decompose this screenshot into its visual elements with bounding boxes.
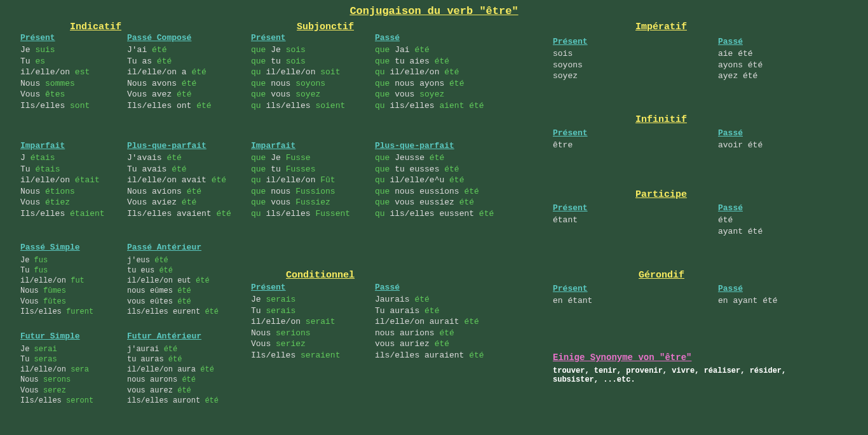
- cond-present: Présent Je seraisTu seraisil/elle/on ser…: [251, 283, 340, 361]
- conjugation-row: que vous Fussiez: [251, 197, 350, 208]
- conjugation-row: que tu Fusses: [251, 164, 350, 175]
- mood-participe: Participe: [635, 189, 687, 200]
- conjugation-row: Tu étais: [20, 164, 105, 175]
- lines: aie étéayons étéayez été: [718, 48, 763, 82]
- conjugation-row: Nous avions été: [127, 186, 231, 197]
- ind-passe-simple: Passé Simple Je fusTu fusil/elle/on futN…: [20, 243, 93, 317]
- tense-title: Passé: [718, 128, 763, 138]
- conjugation-row: Ils/elles ont été: [127, 100, 212, 112]
- conjugation-row: il/elle/on aura été: [127, 365, 219, 375]
- conjugation-row: Vous étiez: [20, 197, 105, 208]
- tense-title: Passé: [375, 283, 484, 292]
- rows: que Je soisque tu soisqu il/elle/on soit…: [251, 44, 345, 111]
- tense-title: Passé: [718, 37, 763, 46]
- rows: Jaurais étéTu aurais étéil/elle/on aurai…: [375, 294, 484, 361]
- conjugation-row: Tu aurais été: [375, 305, 484, 317]
- rows: j'eus ététu eus étéil/elle/on eut éténou…: [127, 255, 219, 317]
- ind-imparfait: Imparfait J étaisTu étaisil/elle/on étai…: [20, 141, 105, 219]
- conjugation-row: J étais: [20, 152, 105, 164]
- tense-title: Présent: [251, 33, 345, 43]
- ind-futur-anterieur: Futur Antérieur j'aurai ététu auras étéi…: [127, 331, 219, 406]
- conjugation-row: Nous serons: [20, 375, 93, 385]
- conjugation-row: que Je sois: [251, 44, 345, 56]
- conjugation-row: que vous eussiez été: [375, 197, 494, 208]
- conjugation-row: ils/elles auront été: [127, 396, 219, 406]
- mood-indicatif: Indicatif: [70, 22, 121, 32]
- conjugation-row: nous eûmes été: [127, 286, 219, 296]
- conjugation-row: Ils/elles avaient été: [127, 208, 231, 220]
- conjugation-row: Vous seriez: [251, 338, 340, 350]
- conjugation-row: il/elle/on sera: [20, 365, 93, 375]
- tense-title: Futur Antérieur: [127, 331, 219, 342]
- tense-title: Présent: [553, 37, 588, 46]
- conjugation-row: j'aurai été: [127, 344, 219, 354]
- imp-passe: Passé aie étéayons étéayez été: [718, 37, 763, 82]
- form-line: étant: [553, 215, 588, 226]
- conjugation-row: Nous serions: [251, 328, 340, 339]
- inf-present: Présent être: [553, 128, 588, 151]
- sub-present: Présent que Je soisque tu soisqu il/elle…: [251, 33, 345, 111]
- conjugation-row: qu ils/elles aient été: [375, 100, 484, 112]
- rows: Je seraisTu seraisil/elle/on seraitNous …: [251, 294, 340, 361]
- mood-gerondif: Gérondif: [639, 270, 684, 281]
- conjugation-row: Je serai: [20, 344, 93, 354]
- conjugation-row: Nous sommes: [20, 78, 90, 90]
- conjugation-row: qu ils/elles soient: [251, 100, 345, 112]
- conjugation-row: Vous serez: [20, 385, 93, 396]
- form-line: sois: [553, 48, 588, 60]
- conjugation-row: il/elle/on eut été: [127, 276, 219, 286]
- tense-title: Présent: [553, 203, 588, 213]
- syn-title: Einige Synonyme von "être": [553, 352, 832, 363]
- mood-subjonctif: Subjonctif: [297, 22, 354, 32]
- tense-title: Présent: [251, 283, 340, 292]
- conjugation-row: que tu eusses été: [375, 164, 494, 175]
- lines: étant: [553, 215, 588, 226]
- form-line: ayant été: [718, 226, 763, 238]
- conjugation-row: vous auriez été: [375, 338, 484, 350]
- form-line: en étant: [553, 295, 592, 307]
- conjugation-row: Ils/elles sont: [20, 100, 90, 112]
- sub-imparfait: Imparfait que Je Fusseque tu Fussesqu il…: [251, 141, 350, 219]
- tense-title: Présent: [553, 284, 592, 293]
- conjugation-row: J'ai été: [127, 44, 212, 56]
- lines: avoir été: [718, 140, 763, 151]
- form-line: soyez: [553, 70, 588, 82]
- conjugation-row: il/elle/on aurait été: [375, 316, 484, 328]
- form-line: avoir été: [718, 140, 763, 151]
- lines: en étant: [553, 295, 592, 307]
- conjugation-row: nous aurions été: [375, 328, 484, 339]
- tense-title: Passé: [718, 284, 778, 293]
- cond-passe: Passé Jaurais étéTu aurais étéil/elle/on…: [375, 283, 484, 361]
- conjugation-row: qu il/elle/on Fût: [251, 175, 350, 186]
- tense-title: Passé Antérieur: [127, 243, 219, 253]
- conjugation-row: il/elle/on était: [20, 175, 105, 186]
- conjugation-row: Nous fûmes: [20, 286, 93, 296]
- conjugation-row: Vous fûtes: [20, 297, 93, 307]
- conjugation-row: Je fus: [20, 255, 93, 265]
- sub-passe: Passé que Jai étéque tu aies étéqu il/el…: [375, 33, 484, 111]
- conjugation-row: que nous eussions été: [375, 186, 494, 197]
- conjugation-row: Ils/elles seraient: [251, 350, 340, 361]
- conjugation-row: nous aurons été: [127, 375, 219, 385]
- tense-title: Imparfait: [251, 141, 350, 151]
- ind-futur-simple: Futur Simple Je seraiTu serasil/elle/on …: [20, 331, 93, 406]
- tense-title: Imparfait: [20, 141, 105, 151]
- conjugation-row: que Jeusse été: [375, 152, 494, 164]
- conjugation-row: Tu as été: [127, 56, 212, 67]
- conjugation-row: il/elle/on avait été: [127, 175, 231, 186]
- part-passe: Passé étéayant été: [718, 203, 763, 237]
- conjugation-row: vous aurez été: [127, 385, 219, 396]
- ind-passe-compose: Passé Composé J'ai étéTu as étéil/elle/o…: [127, 33, 212, 111]
- mood-imperatif: Impératif: [635, 22, 687, 32]
- rows: que Jai étéque tu aies étéqu il/elle/on …: [375, 44, 484, 111]
- conjugation-row: que nous Fussions: [251, 186, 350, 197]
- tense-title: Passé: [375, 33, 484, 43]
- conjugation-row: Jaurais été: [375, 294, 484, 305]
- conjugation-row: tu eus été: [127, 265, 219, 276]
- conjugation-row: Vous êtes: [20, 89, 90, 100]
- conjugation-row: Nous avons été: [127, 78, 212, 90]
- conjugation-row: qu il/elle/e^u été: [375, 175, 494, 186]
- tense-title: Présent: [20, 33, 90, 43]
- conjugation-row: que nous soyons: [251, 78, 345, 90]
- conjugation-row: que vous soyez: [375, 89, 484, 100]
